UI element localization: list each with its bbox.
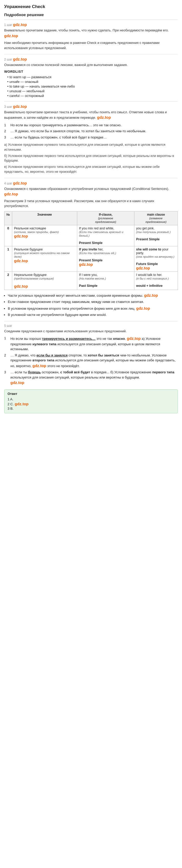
watermark-table3: gdz.top (79, 262, 93, 267)
step-3-intro: Внимательно прочитаем оригинал текста в … (4, 110, 178, 121)
watermark-5b: gdz.top (32, 364, 46, 368)
word-2: unsafe — опасный (4, 80, 178, 84)
watermark-table4: gdz.top (136, 266, 150, 270)
answer-3: 3 B. (7, 407, 175, 410)
row0-meaning: Реальное настоящее (истина, закон природ… (12, 225, 77, 246)
watermark-ans: gdz.top (14, 402, 28, 406)
watermark-1b: gdz.top (4, 33, 18, 38)
wordlist: to warm up — разминаться unsafe — опасны… (4, 75, 178, 98)
watermark-4b: gdz.top (4, 192, 18, 196)
watermark-table1: gdz.top (14, 234, 28, 238)
answer-1: 1 A. (7, 397, 175, 401)
answer-title: Ответ (7, 392, 175, 396)
step-1-label: 1 шаг gdz.top (4, 22, 178, 27)
row2-main: I would talk to her. (я бы с ней поговор… (134, 272, 178, 290)
note-3-c: в) Условное предложение второго типа исп… (4, 164, 178, 174)
row0-if: If you mix red and white, (Если ты смеша… (77, 225, 134, 246)
row0-num: 0 (4, 225, 12, 246)
col-if: If-clause,(условноепредложение) (77, 211, 134, 225)
row2-meaning: Нереальное будущее (предполагаемая ситуа… (12, 272, 77, 290)
step-5-label: 5 шаг (4, 324, 178, 328)
sentence-3-2: 2 … Я думаю, что если бы я занялся спорт… (4, 129, 178, 134)
page-subtitle: Подробное решение (4, 12, 178, 17)
watermark-3a: gdz.top (13, 104, 27, 108)
watermark-3b: gdz.top (97, 115, 111, 120)
rules-list: Части условных предложений могут менятьс… (8, 292, 178, 317)
sentence-3-1: 1 Но если вы хорошо тренируетесь и разми… (4, 123, 178, 128)
step-5-intro: Соединим предложения с правилами использ… (4, 329, 178, 334)
conditional-table: № Значение If-clause,(условноепредложени… (4, 211, 178, 290)
watermark-rule1: gdz.top (144, 293, 158, 298)
row1-main: she will come to your party. (она придёт… (134, 246, 178, 272)
answer-block: Ответ 1 A. 2 C. gdz.top 3 B. (4, 390, 178, 413)
col-meaning: Значение (12, 211, 77, 225)
note-3-b: б) Условное предложение первого типа исп… (4, 154, 178, 163)
step-1-intro: Внимательно прочитаем задание, чтобы пон… (4, 28, 178, 39)
table-row-0: 0 Реальное настоящее (истина, закон прир… (4, 225, 178, 246)
rule-3: В условном предложении второго типа упот… (8, 306, 178, 311)
word-1: to warm up — разминаться (4, 75, 178, 79)
watermark-2: gdz.top (13, 57, 27, 61)
word-5: careful — осторожный (4, 94, 178, 98)
row1-num: 1 (4, 246, 12, 272)
table-row-1: 1 Реальное будущее (ситуация может произ… (4, 246, 178, 272)
answer-2: 2 C. gdz.top (7, 402, 175, 406)
step-3-label: 3 шаг gdz.top (4, 104, 178, 108)
watermark-rule3: gdz.top (136, 306, 150, 310)
step-1: 1 шаг gdz.top Внимательно прочитаем зада… (4, 22, 178, 51)
row2-num: 2 (4, 272, 12, 290)
final-2: 2 … Я думаю, что если бы я занялся спорт… (4, 353, 178, 369)
word-4: unusual — необычный (4, 89, 178, 93)
watermark-5a: gdz.top (127, 336, 141, 341)
sentence-3-3: 3 … если ты будешь осторожен, с тобой вс… (4, 135, 178, 140)
step-5: 5 шаг Соединим предложения с правилами и… (4, 324, 178, 386)
step-3: 3 шаг gdz.top Внимательно прочитаем ориг… (4, 104, 178, 174)
wordlist-title: WORDLIST (4, 70, 178, 73)
watermark-5c: gdz.top (10, 380, 24, 385)
watermark-table2: gdz.top (14, 258, 28, 263)
step-4-desc: Рассмотрим 3 типа условных предложений. … (4, 198, 178, 209)
note-3-a: а) Условное предложение нулевого типа ис… (4, 143, 178, 152)
final-1: 1 Но если вы хорошо тренируетесь и разми… (4, 336, 178, 352)
page-title: Упражнение Check (4, 4, 178, 9)
row2-if: If I were you, (На твоём месте,) Past Si… (77, 272, 134, 290)
watermark-4a: gdz.top (13, 181, 27, 185)
rule-4: В условной части не употребляется будуще… (8, 312, 178, 317)
table-row-2: 2 Нереальное будущее (предполагаемая сит… (4, 272, 178, 290)
step-4: 4 шаг gdz.top Ознакомимся с правилами об… (4, 181, 178, 317)
rule-1: Части условных предложений могут менятьс… (8, 292, 178, 299)
step-2: 2 шаг gdz.top Ознакомимся со списком пол… (4, 57, 178, 98)
watermark-1a: gdz.top (13, 22, 27, 27)
rule-2: Если главное предложение стоит перед зав… (8, 299, 178, 305)
col-main: main clause(главноепредложение) (134, 211, 178, 225)
row1-meaning: Реальное будущее (ситуация может произой… (12, 246, 77, 272)
word-3: to take up — начать заниматься чем-либо (4, 85, 178, 88)
row0-main: you get pink. (ты получишь розовый.) Pre… (134, 225, 178, 246)
step-1-main: Нам необходимо прочитать информацию в ра… (4, 40, 178, 51)
step-4-intro: Ознакомимся с правилами образования и уп… (4, 186, 178, 197)
step-4-label: 4 шаг gdz.top (4, 181, 178, 185)
final-3: 3 … если ты будешь осторожен, с тобой вс… (4, 370, 178, 386)
watermark-table5: gdz.top (14, 284, 28, 288)
row1-if: If you invite her, (Если ты пригласишь е… (77, 246, 134, 272)
step-2-label: 2 шаг gdz.top (4, 57, 178, 61)
step-2-intro: Ознакомимся со списком полезной лексики,… (4, 62, 178, 67)
col-num: № (4, 211, 12, 225)
